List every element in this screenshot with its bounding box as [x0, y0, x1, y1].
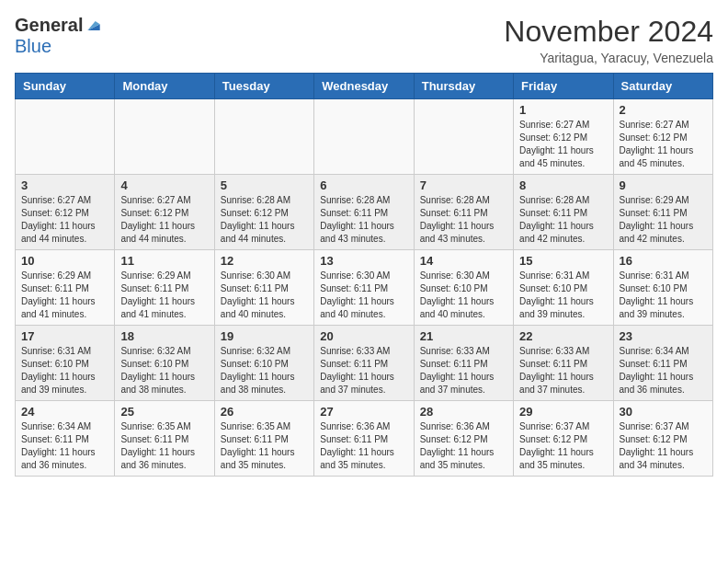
calendar-cell	[16, 99, 115, 175]
calendar-cell: 3Sunrise: 6:27 AMSunset: 6:12 PMDaylight…	[16, 175, 115, 250]
calendar-cell: 14Sunrise: 6:30 AMSunset: 6:10 PMDayligh…	[414, 250, 513, 326]
day-info: Sunrise: 6:28 AMSunset: 6:12 PMDaylight:…	[221, 194, 308, 246]
day-number: 9	[620, 178, 707, 192]
day-info: Sunrise: 6:31 AMSunset: 6:10 PMDaylight:…	[519, 270, 607, 321]
day-info: Sunrise: 6:35 AMSunset: 6:11 PMDaylight:…	[120, 420, 208, 472]
day-number: 23	[620, 329, 707, 343]
weekday-header-tuesday: Tuesday	[214, 74, 313, 99]
day-number: 16	[620, 254, 707, 268]
calendar-cell: 21Sunrise: 6:33 AMSunset: 6:11 PMDayligh…	[414, 326, 513, 401]
calendar-cell: 4Sunrise: 6:27 AMSunset: 6:12 PMDaylight…	[115, 175, 214, 250]
calendar-cell: 11Sunrise: 6:29 AMSunset: 6:11 PMDayligh…	[115, 250, 214, 326]
calendar-cell: 25Sunrise: 6:35 AMSunset: 6:11 PMDayligh…	[115, 401, 214, 477]
calendar-cell: 20Sunrise: 6:33 AMSunset: 6:11 PMDayligh…	[314, 326, 414, 401]
calendar-cell: 9Sunrise: 6:29 AMSunset: 6:11 PMDaylight…	[613, 175, 712, 250]
calendar-cell: 17Sunrise: 6:31 AMSunset: 6:10 PMDayligh…	[16, 326, 115, 401]
day-info: Sunrise: 6:27 AMSunset: 6:12 PMDaylight:…	[519, 119, 607, 170]
day-info: Sunrise: 6:28 AMSunset: 6:11 PMDaylight:…	[420, 194, 507, 246]
calendar-cell: 6Sunrise: 6:28 AMSunset: 6:11 PMDaylight…	[314, 175, 414, 250]
day-number: 29	[519, 405, 607, 419]
calendar-week-2: 3Sunrise: 6:27 AMSunset: 6:12 PMDaylight…	[16, 175, 713, 250]
month-title: November 2024	[504, 15, 713, 49]
day-number: 19	[221, 329, 308, 343]
calendar-cell: 30Sunrise: 6:37 AMSunset: 6:12 PMDayligh…	[613, 401, 712, 477]
weekday-header-monday: Monday	[115, 74, 214, 99]
calendar-cell: 2Sunrise: 6:27 AMSunset: 6:12 PMDaylight…	[613, 99, 712, 175]
day-number: 10	[21, 254, 108, 268]
day-number: 25	[120, 405, 208, 419]
weekday-header-wednesday: Wednesday	[314, 74, 414, 99]
day-number: 13	[320, 254, 407, 268]
day-number: 21	[420, 329, 507, 343]
calendar-cell: 27Sunrise: 6:36 AMSunset: 6:11 PMDayligh…	[314, 401, 414, 477]
calendar-cell: 5Sunrise: 6:28 AMSunset: 6:12 PMDaylight…	[214, 175, 313, 250]
calendar-cell: 19Sunrise: 6:32 AMSunset: 6:10 PMDayligh…	[214, 326, 313, 401]
calendar-cell: 18Sunrise: 6:32 AMSunset: 6:10 PMDayligh…	[115, 326, 214, 401]
calendar-cell: 16Sunrise: 6:31 AMSunset: 6:10 PMDayligh…	[613, 250, 712, 326]
day-info: Sunrise: 6:35 AMSunset: 6:11 PMDaylight:…	[221, 420, 308, 472]
day-info: Sunrise: 6:28 AMSunset: 6:11 PMDaylight:…	[519, 194, 607, 246]
day-number: 20	[320, 329, 407, 343]
logo-general-text: General	[15, 15, 83, 36]
day-number: 17	[21, 329, 108, 343]
day-number: 14	[420, 254, 507, 268]
calendar-cell	[214, 99, 313, 175]
day-info: Sunrise: 6:33 AMSunset: 6:11 PMDaylight:…	[519, 345, 607, 396]
day-info: Sunrise: 6:27 AMSunset: 6:12 PMDaylight:…	[21, 194, 108, 246]
day-info: Sunrise: 6:28 AMSunset: 6:11 PMDaylight:…	[320, 194, 407, 246]
title-block: November 2024 Yaritagua, Yaracuy, Venezu…	[504, 15, 713, 65]
day-number: 3	[21, 178, 108, 192]
day-info: Sunrise: 6:29 AMSunset: 6:11 PMDaylight:…	[21, 270, 108, 321]
day-number: 8	[519, 178, 607, 192]
day-number: 7	[420, 178, 507, 192]
calendar-cell: 24Sunrise: 6:34 AMSunset: 6:11 PMDayligh…	[16, 401, 115, 477]
day-info: Sunrise: 6:29 AMSunset: 6:11 PMDaylight:…	[120, 270, 208, 321]
weekday-header-saturday: Saturday	[613, 74, 712, 99]
day-number: 27	[320, 405, 407, 419]
day-info: Sunrise: 6:32 AMSunset: 6:10 PMDaylight:…	[221, 345, 308, 396]
day-info: Sunrise: 6:36 AMSunset: 6:11 PMDaylight:…	[320, 420, 407, 472]
calendar-week-3: 10Sunrise: 6:29 AMSunset: 6:11 PMDayligh…	[16, 250, 713, 326]
calendar-cell: 7Sunrise: 6:28 AMSunset: 6:11 PMDaylight…	[414, 175, 513, 250]
calendar-cell: 23Sunrise: 6:34 AMSunset: 6:11 PMDayligh…	[613, 326, 712, 401]
calendar-cell: 29Sunrise: 6:37 AMSunset: 6:12 PMDayligh…	[514, 401, 613, 477]
day-number: 18	[120, 329, 208, 343]
day-info: Sunrise: 6:27 AMSunset: 6:12 PMDaylight:…	[120, 194, 208, 246]
day-info: Sunrise: 6:33 AMSunset: 6:11 PMDaylight:…	[320, 345, 407, 396]
day-number: 4	[120, 178, 208, 192]
calendar-table: SundayMondayTuesdayWednesdayThursdayFrid…	[15, 73, 713, 477]
calendar-cell	[414, 99, 513, 175]
day-info: Sunrise: 6:37 AMSunset: 6:12 PMDaylight:…	[620, 420, 707, 472]
calendar-cell: 13Sunrise: 6:30 AMSunset: 6:11 PMDayligh…	[314, 250, 414, 326]
day-info: Sunrise: 6:31 AMSunset: 6:10 PMDaylight:…	[620, 270, 707, 321]
calendar-header: SundayMondayTuesdayWednesdayThursdayFrid…	[16, 74, 713, 99]
day-info: Sunrise: 6:37 AMSunset: 6:12 PMDaylight:…	[519, 420, 607, 472]
day-info: Sunrise: 6:31 AMSunset: 6:10 PMDaylight:…	[21, 345, 108, 396]
day-number: 5	[221, 178, 308, 192]
calendar-week-4: 17Sunrise: 6:31 AMSunset: 6:10 PMDayligh…	[16, 326, 713, 401]
day-info: Sunrise: 6:34 AMSunset: 6:11 PMDaylight:…	[21, 420, 108, 472]
calendar-cell: 12Sunrise: 6:30 AMSunset: 6:11 PMDayligh…	[214, 250, 313, 326]
day-number: 15	[519, 254, 607, 268]
calendar-cell: 15Sunrise: 6:31 AMSunset: 6:10 PMDayligh…	[514, 250, 613, 326]
day-number: 26	[221, 405, 308, 419]
day-info: Sunrise: 6:30 AMSunset: 6:11 PMDaylight:…	[320, 270, 407, 321]
day-number: 28	[420, 405, 507, 419]
day-info: Sunrise: 6:27 AMSunset: 6:12 PMDaylight:…	[620, 119, 707, 170]
calendar-cell: 8Sunrise: 6:28 AMSunset: 6:11 PMDaylight…	[514, 175, 613, 250]
day-number: 11	[120, 254, 208, 268]
logo-icon	[85, 17, 103, 35]
day-number: 2	[620, 103, 707, 117]
location: Yaritagua, Yaracuy, Venezuela	[504, 51, 713, 65]
calendar-cell: 22Sunrise: 6:33 AMSunset: 6:11 PMDayligh…	[514, 326, 613, 401]
weekday-header-thursday: Thursday	[414, 74, 513, 99]
day-info: Sunrise: 6:32 AMSunset: 6:10 PMDaylight:…	[120, 345, 208, 396]
day-info: Sunrise: 6:30 AMSunset: 6:11 PMDaylight:…	[221, 270, 308, 321]
weekday-header-sunday: Sunday	[16, 74, 115, 99]
calendar-cell	[314, 99, 414, 175]
day-info: Sunrise: 6:29 AMSunset: 6:11 PMDaylight:…	[620, 194, 707, 246]
day-info: Sunrise: 6:36 AMSunset: 6:12 PMDaylight:…	[420, 420, 507, 472]
day-info: Sunrise: 6:33 AMSunset: 6:11 PMDaylight:…	[420, 345, 507, 396]
calendar-cell: 1Sunrise: 6:27 AMSunset: 6:12 PMDaylight…	[514, 99, 613, 175]
calendar-cell	[115, 99, 214, 175]
